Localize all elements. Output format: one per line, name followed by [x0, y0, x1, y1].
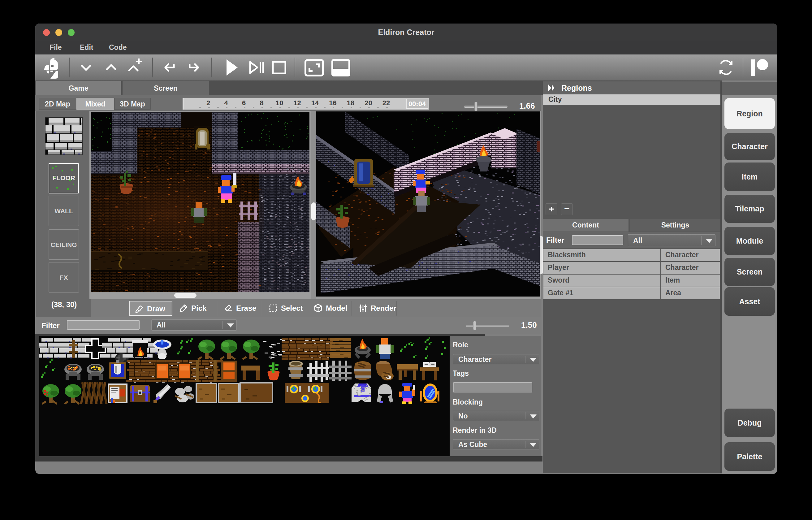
svg-text:FLOOR: FLOOR [52, 174, 75, 181]
